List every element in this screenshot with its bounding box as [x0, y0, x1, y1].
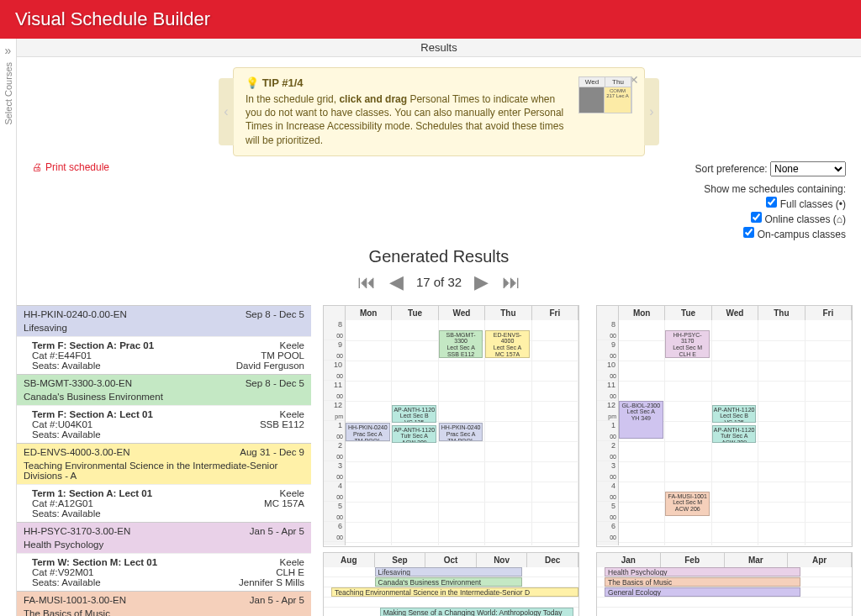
pager-last-button[interactable]: ⏭ — [502, 271, 520, 292]
filter-oncampus-classes[interactable] — [743, 227, 754, 238]
calendar-event[interactable]: FA-MUSI-1001Lect Sec MACW 206 — [665, 492, 710, 516]
calendar-event[interactable]: ED-ENVS-4000Lect Sec AMC 157A — [485, 330, 530, 359]
term-event[interactable]: Teaching Environmental Science in the In… — [331, 587, 578, 597]
calendar-event[interactable]: AP-ANTH-1120Tutr Sec AACW 209 — [712, 425, 757, 444]
section-block[interactable]: Term 1: Section A: Lect 01KeeleCat #:A12… — [17, 484, 311, 522]
calendar-event[interactable]: HH-PSYC-3170Lect Sec MCLH E — [665, 330, 710, 359]
section-block[interactable]: Term W: Section M: Lect 01KeeleCat #:V92… — [17, 553, 311, 591]
section-block[interactable]: Term F: Section A: Lect 01KeeleCat #:U04… — [17, 405, 311, 443]
pager-next-button[interactable]: ▶ — [474, 271, 489, 292]
select-courses-label: Select Courses — [3, 62, 13, 125]
filter-online-classes[interactable] — [751, 212, 762, 223]
calendar-event[interactable]: AP-ANTH-1120Lect Sec BVC 135 — [392, 405, 436, 424]
print-schedule-link[interactable]: 🖨 Print schedule — [32, 161, 109, 173]
sort-preference-select[interactable]: None — [770, 161, 846, 176]
tip-next-button[interactable]: › — [644, 78, 659, 145]
term-event[interactable]: Health Psychology — [605, 567, 800, 577]
calendar-event[interactable]: AP-ANTH-1120Lect Sec BVC 135 — [712, 405, 757, 424]
calendar-event[interactable]: SB-MGMT-3300Lect Sec ASSB E112 — [439, 330, 483, 359]
term-bar-fall: AugSepOctNovDecLifesavingCanada's Busine… — [323, 552, 579, 616]
course-block[interactable]: ED-ENVS-4000-3.00-ENAug 31 - Dec 9Teachi… — [17, 443, 311, 522]
printer-icon: 🖨 — [32, 161, 42, 173]
tip-heading: TIP #1/4 — [262, 76, 304, 89]
sort-preference-label: Sort preference: — [695, 163, 768, 175]
chevron-right-icon: » — [0, 44, 16, 57]
tip-demo-image: WedThu COMM 217 Lec A — [578, 76, 632, 113]
section-block[interactable]: Term F: Section A: Prac 01KeeleCat #:E44… — [17, 336, 311, 374]
tip-box: ‹ › ✕ 💡 TIP #1/4 In the schedule grid, c… — [233, 67, 645, 156]
pager: ⏮ ◀ 17 of 32 ▶ ⏭ — [17, 271, 861, 293]
filter-box: Show me schedules containing: Full class… — [17, 178, 861, 240]
term-event[interactable]: General Ecology — [605, 587, 800, 597]
calendar-winter[interactable]: MonTueWedThuFri8 009 0010 0011 0012 pm1 … — [596, 305, 853, 547]
calendar-event[interactable]: HH-PKIN-0240Prac Sec ATM POOL — [439, 423, 483, 441]
course-block[interactable]: SB-MGMT-3300-3.00-ENSep 8 - Dec 5Canada'… — [17, 374, 311, 443]
course-block[interactable]: HH-PKIN-0240-0.00-ENSep 8 - Dec 5Lifesav… — [17, 305, 311, 374]
term-event[interactable]: Canada's Business Environment — [375, 577, 523, 587]
term-event[interactable]: The Basics of Music — [605, 577, 800, 587]
pager-first-button[interactable]: ⏮ — [357, 271, 376, 292]
pager-prev-button[interactable]: ◀ — [389, 271, 404, 292]
pager-status: 17 of 32 — [416, 275, 462, 289]
calendar-fall[interactable]: MonTueWedThuFri8 009 0010 0011 0012 pm1 … — [323, 305, 579, 547]
filter-full-classes[interactable] — [766, 197, 777, 208]
app-header: Visual Schedule Builder — [0, 0, 861, 39]
course-list: HH-PKIN-0240-0.00-ENSep 8 - Dec 5Lifesav… — [17, 305, 311, 616]
select-courses-tab[interactable]: » Select Courses — [0, 39, 17, 616]
term-event[interactable]: Making Sense of a Changing World: Anthro… — [380, 608, 573, 616]
generated-results-heading: Generated Results — [17, 247, 861, 266]
tip-prev-button[interactable]: ‹ — [219, 78, 234, 145]
calendar-event[interactable]: AP-ANTH-1120Tutr Sec AACW 209 — [392, 425, 436, 444]
calendar-event[interactable]: HH-PKIN-0240Prac Sec ATM POOL — [346, 423, 390, 441]
lightbulb-icon: 💡 — [246, 76, 259, 89]
calendar-event[interactable]: GL-BIOL-2300Lect Sec AYH 349 — [619, 401, 663, 440]
filter-heading: Show me schedules containing: — [32, 183, 846, 195]
tip-body: In the schedule grid, click and drag Per… — [246, 92, 570, 147]
course-block[interactable]: FA-MUSI-1001-3.00-ENJan 5 - Apr 5The Bas… — [17, 591, 311, 616]
course-block[interactable]: HH-PSYC-3170-3.00-ENJan 5 - Apr 5Health … — [17, 522, 311, 591]
term-event[interactable]: Lifesaving — [375, 567, 523, 577]
term-bar-winter: JanFebMarAprHealth PsychologyThe Basics … — [596, 552, 853, 616]
results-title: Results — [17, 39, 861, 57]
